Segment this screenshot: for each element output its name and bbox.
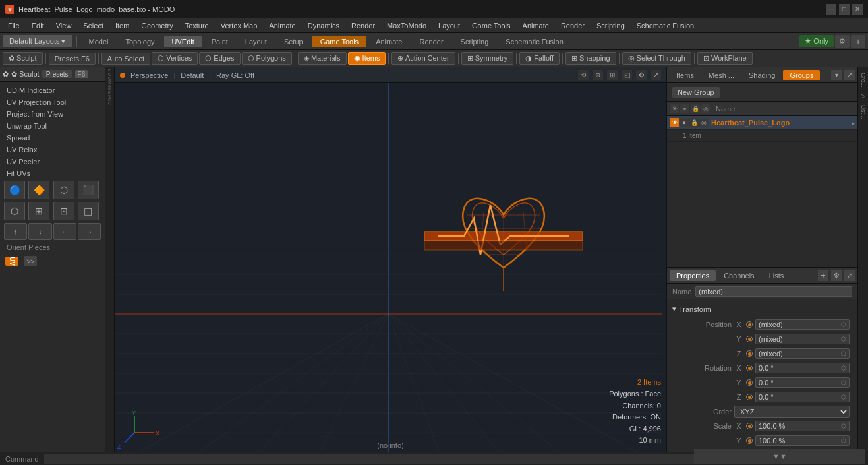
tab-groups[interactable]: Groups [783, 70, 820, 80]
radio-dot-0[interactable] [746, 321, 753, 328]
left-tool-project-from-view[interactable]: Project from View [1, 108, 103, 120]
right-tab-expand[interactable]: ▾ [831, 70, 842, 80]
left-tool-spread[interactable]: Spread [1, 132, 103, 144]
menu-item-edit[interactable]: Edit [26, 20, 49, 31]
tool-btn-edges[interactable]: ⬡ Edges [199, 52, 240, 65]
transform-header[interactable]: ▾ Transform [670, 303, 852, 315]
item-eye-icon[interactable]: 👁 [670, 118, 679, 127]
toolbar-tab-layout[interactable]: Layout [237, 36, 275, 47]
tab-items[interactable]: Items [670, 70, 701, 80]
radio-dot-1[interactable] [746, 336, 753, 342]
viewport-icon-1[interactable]: ⟲ [578, 70, 589, 80]
tool-btn-select_through[interactable]: ◎ Select Through [622, 52, 691, 65]
radio-dot-4[interactable] [746, 379, 753, 386]
presets-button[interactable]: Presets [42, 70, 72, 78]
item-render-icon[interactable]: ● [680, 118, 689, 127]
menu-item-render[interactable]: Render [556, 20, 590, 31]
menu-item-select[interactable]: Select [78, 20, 109, 31]
props-tab-add[interactable]: + [818, 270, 828, 281]
menu-item-game-tools[interactable]: Game Tools [467, 20, 516, 31]
arrow-btn-3[interactable]: → [78, 223, 101, 240]
layout-selector[interactable]: Default Layouts ▾ [3, 35, 72, 47]
tool-btn-items[interactable]: ◉ Items [348, 52, 386, 65]
toolbar-tab-uvedit[interactable]: UVEdit [164, 36, 202, 47]
tool-btn-snapping[interactable]: ⊞ Snapping [565, 52, 616, 65]
tool-icon2-2[interactable]: ⊡ [53, 202, 74, 220]
expand-button[interactable]: >> [24, 256, 37, 266]
arrow-btn-2[interactable]: ← [53, 223, 76, 240]
menu-item-maxtomodo[interactable]: MaxToModo [382, 20, 432, 31]
menu-item-vertex-map[interactable]: Vertex Map [216, 20, 263, 31]
minimize-button[interactable]: ─ [826, 4, 836, 15]
viewport-icon-2[interactable]: ⊕ [593, 70, 603, 80]
toolbar-tab-topology[interactable]: Topology [117, 36, 162, 47]
menu-item-texture[interactable]: Texture [180, 20, 214, 31]
right-tab-expand2[interactable]: ⤢ [844, 70, 855, 80]
tool-btn-presets[interactable]: Presets F6 [49, 53, 96, 65]
props-field-0[interactable]: (mixed)⬡ [755, 319, 850, 330]
props-field-3[interactable]: 0.0 °⬡ [755, 363, 850, 373]
tool-btn-action_center[interactable]: ⊕ Action Center [391, 52, 455, 65]
tool-icon2-3[interactable]: ◱ [78, 202, 99, 220]
viewport[interactable]: Perspective | Default | Ray GL: Off ⟲ ⊕ … [115, 67, 666, 452]
side-tab-list[interactable]: List... [859, 102, 868, 122]
tool-icon-1[interactable]: 🔶 [28, 181, 49, 199]
toolbar-tab-animate[interactable]: Animate [368, 36, 410, 47]
item-sel-icon[interactable]: ◎ [699, 118, 709, 127]
viewport-icon-4[interactable]: ◱ [622, 70, 632, 80]
scene-item-heartbeat[interactable]: 👁 ● 🔒 ◎ Heartbeat_Pulse_Logo ▸ [667, 116, 857, 130]
lock-icon[interactable]: 🔒 [691, 104, 700, 113]
eye-icon[interactable]: 👁 [670, 104, 679, 113]
menu-item-animate[interactable]: Animate [264, 20, 301, 31]
new-group-button[interactable]: New Group [672, 87, 720, 98]
ray-gl-label[interactable]: Ray GL: Off [216, 71, 254, 79]
tab-channels[interactable]: Channels [717, 270, 761, 281]
viewport-canvas[interactable]: X Y Z 2 Items Polygons : Face Channels: … [115, 83, 666, 452]
props-expand[interactable]: ⚙ [831, 270, 842, 281]
side-tab-gro[interactable]: Gro... [859, 70, 868, 90]
props-down-button[interactable]: ▼▼ [694, 449, 865, 464]
viewport-expand[interactable]: ⤢ [651, 70, 661, 80]
tool-btn-workplane[interactable]: ⊡ WorkPlane [697, 52, 753, 65]
radio-dot-3[interactable] [746, 365, 753, 371]
menu-item-animate[interactable]: Animate [517, 20, 554, 31]
tool-btn-auto_select[interactable]: Auto Select [101, 53, 150, 65]
menu-item-layout[interactable]: Layout [433, 20, 465, 31]
left-tool-uv-projection-tool[interactable]: UV Projection Tool [1, 96, 103, 108]
close-button[interactable]: ✕ [852, 4, 863, 15]
tool-icon-2[interactable]: ⬡ [53, 181, 74, 199]
item-lock-icon[interactable]: 🔒 [689, 118, 699, 127]
props-field-5[interactable]: 0.0 °⬡ [755, 392, 850, 402]
item-expand[interactable]: ▸ [852, 119, 855, 127]
tool-btn-falloff[interactable]: ◑ Falloff [519, 52, 560, 65]
tool-icon-3[interactable]: ⬛ [78, 181, 99, 199]
left-tool-unwrap-tool[interactable]: Unwrap Tool [1, 120, 103, 132]
tool-btn-polygons[interactable]: ⬡ Polygons [242, 52, 292, 65]
toolbar-gear-button[interactable]: ⚙ [835, 35, 850, 48]
props-maximize[interactable]: ⤢ [844, 270, 855, 281]
toolbar-tab-setup[interactable]: Setup [276, 36, 311, 47]
toolbar-tab-paint[interactable]: Paint [204, 36, 236, 47]
tab-properties[interactable]: Properties [670, 270, 716, 281]
window-controls[interactable]: ─ □ ✕ [826, 4, 863, 15]
toolbar-tab-model[interactable]: Model [81, 36, 117, 47]
tool-btn-vertices[interactable]: ⬡ Vertices [152, 52, 198, 65]
menu-item-file[interactable]: File [3, 20, 25, 31]
arrow-btn-0[interactable]: ↑ [4, 223, 27, 240]
toolbar-only-button[interactable]: ★ Only [799, 35, 834, 47]
tab-lists[interactable]: Lists [763, 270, 791, 281]
radio-dot-8[interactable] [746, 437, 753, 444]
left-tool-uv-relax[interactable]: UV Relax [1, 144, 103, 156]
radio-dot-2[interactable] [746, 350, 753, 357]
maximize-button[interactable]: □ [839, 4, 850, 15]
tab-mesh[interactable]: Mesh ... [702, 70, 741, 80]
sculpt-text[interactable]: ✿ Sculpt [11, 70, 40, 78]
toolbar-add-button[interactable]: + [851, 35, 865, 48]
perspective-label[interactable]: Perspective [130, 71, 168, 79]
tab-shading[interactable]: Shading [742, 70, 782, 80]
menu-item-scripting[interactable]: Scripting [591, 20, 630, 31]
menu-item-dynamics[interactable]: Dynamics [303, 20, 345, 31]
props-select-6[interactable]: XYZ [734, 406, 850, 418]
render-icon[interactable]: ● [680, 104, 689, 113]
props-field-7[interactable]: 100.0 %⬡ [755, 421, 850, 431]
